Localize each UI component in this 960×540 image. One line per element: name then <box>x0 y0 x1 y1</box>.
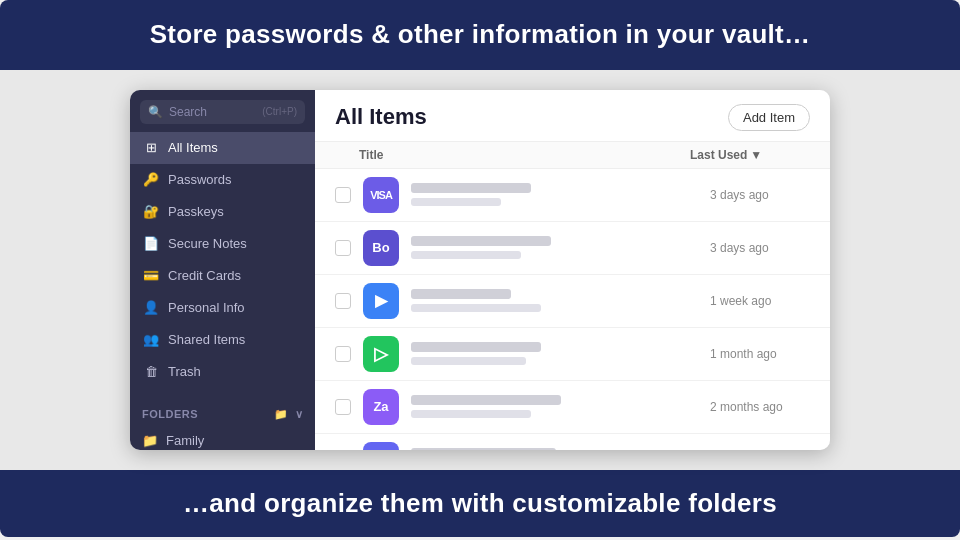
sidebar-item-label: Passwords <box>168 172 232 187</box>
item-info <box>411 342 698 365</box>
folder-icon: 📁 <box>142 433 158 448</box>
search-bar[interactable]: 🔍 Search (Ctrl+P) <box>140 100 305 124</box>
sidebar-item-passwords[interactable]: 🔑 Passwords <box>130 164 315 196</box>
folders-header-icons: 📁 ∨ <box>274 408 303 421</box>
item-subtitle-blurred <box>411 304 541 312</box>
note-icon: 📄 <box>142 235 160 253</box>
item-title-blurred <box>411 289 511 299</box>
sidebar-item-secure-notes[interactable]: 📄 Secure Notes <box>130 228 315 260</box>
row-checkbox[interactable] <box>335 399 351 415</box>
item-info <box>411 448 698 450</box>
search-icon: 🔍 <box>148 105 163 119</box>
item-title-blurred <box>411 236 551 246</box>
person-icon: 👤 <box>142 299 160 317</box>
row-checkbox[interactable] <box>335 346 351 362</box>
sidebar-item-credit-cards[interactable]: 💳 Credit Cards <box>130 260 315 292</box>
list-item[interactable]: VISA 3 days ago <box>315 169 830 222</box>
col-title: Title <box>359 148 690 162</box>
item-subtitle-blurred <box>411 251 521 259</box>
search-shortcut: (Ctrl+P) <box>262 106 297 117</box>
item-time: 1 month ago <box>710 347 810 361</box>
item-time: 3 days ago <box>710 241 810 255</box>
row-checkbox[interactable] <box>335 187 351 203</box>
item-title-blurred <box>411 448 556 450</box>
items-list: VISA 3 days ago Bo 3 days ago <box>315 169 830 450</box>
sidebar-nav: ⊞ All Items 🔑 Passwords 🔐 Passkeys 📄 Sec… <box>130 130 315 390</box>
sidebar-item-passkeys[interactable]: 🔐 Passkeys <box>130 196 315 228</box>
grid-icon: ⊞ <box>142 139 160 157</box>
item-info <box>411 183 698 206</box>
list-item[interactable]: Bo 3 days ago <box>315 222 830 275</box>
sort-icon: ▼ <box>750 148 762 162</box>
item-info <box>411 289 698 312</box>
item-title-blurred <box>411 183 531 193</box>
table-header: Title Last Used ▼ <box>315 142 830 169</box>
app-window: 🔍 Search (Ctrl+P) ⊞ All Items 🔑 Password… <box>130 90 830 450</box>
folder-add-icon[interactable]: 📁 <box>274 408 289 421</box>
bottom-banner-text: …and organize them with customizable fol… <box>183 488 777 518</box>
item-icon-person: 👤 <box>363 442 399 450</box>
item-subtitle-blurred <box>411 410 531 418</box>
sidebar-item-label: Secure Notes <box>168 236 247 251</box>
card-icon: 💳 <box>142 267 160 285</box>
trash-icon: 🗑 <box>142 363 160 381</box>
list-item[interactable]: Za 2 months ago <box>315 381 830 434</box>
folders-header: Folders 📁 ∨ <box>130 402 315 427</box>
item-subtitle-blurred <box>411 198 501 206</box>
item-time: 3 days ago <box>710 188 810 202</box>
item-icon-play: ▷ <box>363 336 399 372</box>
item-title-blurred <box>411 395 561 405</box>
search-label: Search <box>169 105 207 119</box>
list-item[interactable]: ▶ 1 week ago <box>315 275 830 328</box>
key-icon: 🔑 <box>142 171 160 189</box>
item-icon-za: Za <box>363 389 399 425</box>
sidebar-item-label: Personal Info <box>168 300 245 315</box>
sidebar-item-label: Trash <box>168 364 201 379</box>
item-info <box>411 236 698 259</box>
row-checkbox[interactable] <box>335 240 351 256</box>
sidebar-item-label: Credit Cards <box>168 268 241 283</box>
sidebar-item-label: Passkeys <box>168 204 224 219</box>
col-last-used[interactable]: Last Used ▼ <box>690 148 810 162</box>
sidebar-item-trash[interactable]: 🗑 Trash <box>130 356 315 388</box>
passkey-icon: 🔐 <box>142 203 160 221</box>
item-icon-bo: Bo <box>363 230 399 266</box>
row-checkbox[interactable] <box>335 293 351 309</box>
item-title-blurred <box>411 342 541 352</box>
sidebar-item-label: All Items <box>168 140 218 155</box>
content-header: All Items Add Item <box>315 90 830 142</box>
item-time: 1 week ago <box>710 294 810 308</box>
main-area: 🔍 Search (Ctrl+P) ⊞ All Items 🔑 Password… <box>0 70 960 470</box>
folder-item-family[interactable]: 📁 Family <box>130 427 315 450</box>
item-time: 2 months ago <box>710 400 810 414</box>
share-icon: 👥 <box>142 331 160 349</box>
page-title: All Items <box>335 104 427 130</box>
top-banner: Store passwords & other information in y… <box>0 0 960 70</box>
folders-section: Folders 📁 ∨ 📁 Family 📁 Financial info 📁 <box>130 402 315 450</box>
bottom-banner: …and organize them with customizable fol… <box>0 470 960 537</box>
item-icon-visa: VISA <box>363 177 399 213</box>
sidebar-item-all-items[interactable]: ⊞ All Items <box>130 132 315 164</box>
sidebar-item-label: Shared Items <box>168 332 245 347</box>
main-content: All Items Add Item Title Last Used ▼ VIS… <box>315 90 830 450</box>
list-item[interactable]: ▷ 1 month ago <box>315 328 830 381</box>
sidebar-item-personal-info[interactable]: 👤 Personal Info <box>130 292 315 324</box>
top-banner-text: Store passwords & other information in y… <box>150 19 811 49</box>
item-icon-video: ▶ <box>363 283 399 319</box>
folder-label: Family <box>166 433 204 448</box>
folders-label: Folders <box>142 408 198 420</box>
list-item[interactable]: 👤 2 months ago <box>315 434 830 450</box>
item-info <box>411 395 698 418</box>
add-item-button[interactable]: Add Item <box>728 104 810 131</box>
folder-chevron-icon[interactable]: ∨ <box>295 408 304 421</box>
sidebar-item-shared-items[interactable]: 👥 Shared Items <box>130 324 315 356</box>
sidebar: 🔍 Search (Ctrl+P) ⊞ All Items 🔑 Password… <box>130 90 315 450</box>
item-subtitle-blurred <box>411 357 526 365</box>
